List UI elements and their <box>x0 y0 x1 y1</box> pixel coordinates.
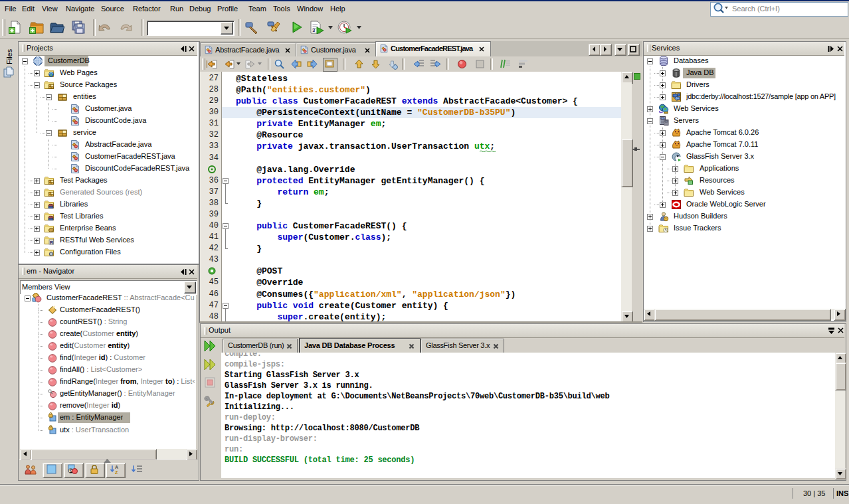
svg-text:3: 3 <box>312 27 316 33</box>
svg-text:R: R <box>50 240 53 245</box>
svg-text:Z: Z <box>115 470 118 475</box>
svg-text:A: A <box>115 465 118 469</box>
